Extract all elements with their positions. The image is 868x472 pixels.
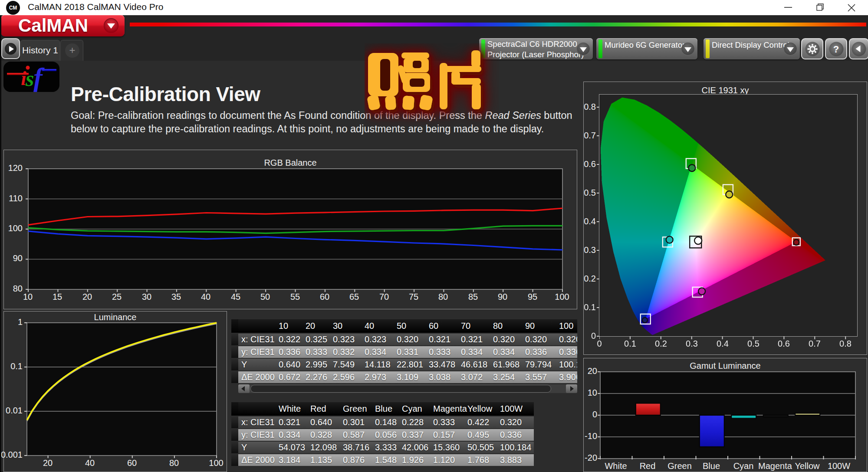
svg-text:f: f [33,62,45,92]
svg-text:s: s [25,66,34,91]
